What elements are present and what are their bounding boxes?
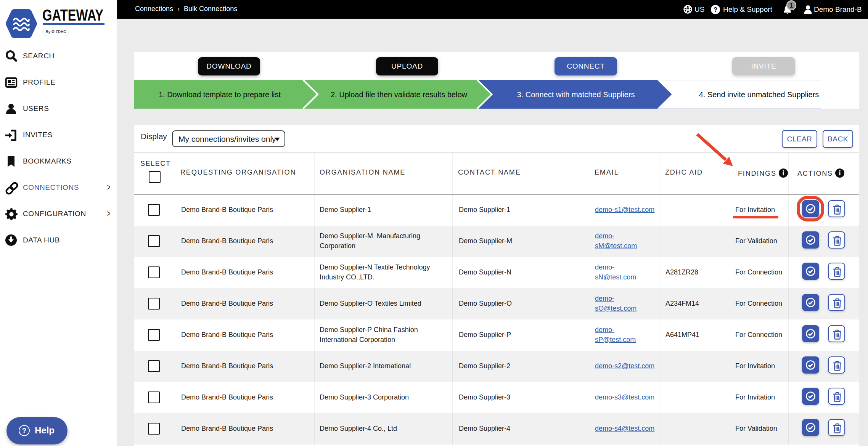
svg-text:1. Download template to prepar: 1. Download template to prepare list: [159, 90, 281, 99]
svg-text:3. Connect with matched Suppli: 3. Connect with matched Suppliers: [517, 90, 635, 99]
svg-text:?: ?: [714, 6, 717, 13]
svg-text:2. Upload file then validate r: 2. Upload file then validate results bel…: [331, 90, 468, 99]
svg-text:1: 1: [790, 2, 793, 9]
svg-text:4. Send invite unmatched Suppl: 4. Send invite unmatched Suppliers: [699, 90, 819, 99]
